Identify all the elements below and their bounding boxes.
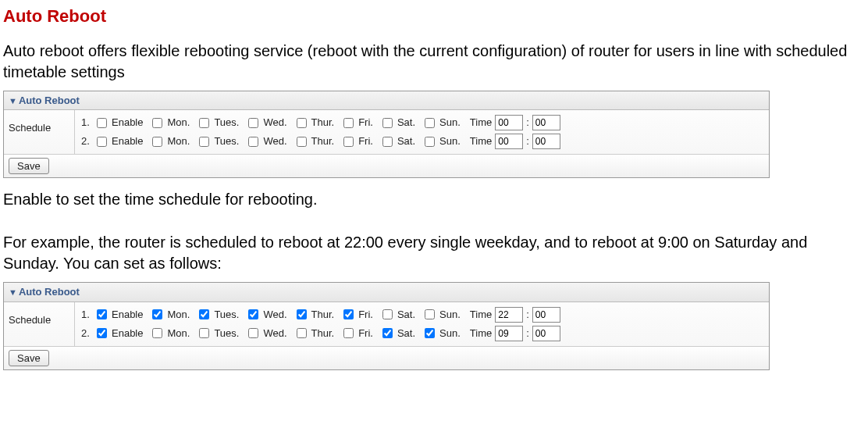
- sun-label: Sun.: [439, 308, 461, 322]
- wed-label: Wed.: [263, 326, 286, 341]
- sat-checkbox[interactable]: [382, 309, 393, 319]
- fri-checkbox[interactable]: [343, 309, 354, 319]
- tue-checkbox[interactable]: [199, 118, 209, 128]
- enable-checkbox[interactable]: [97, 118, 107, 128]
- time-minute-input[interactable]: [532, 115, 560, 130]
- sat-checkbox[interactable]: [382, 328, 393, 338]
- thu-checkbox[interactable]: [297, 137, 307, 147]
- time-colon: :: [526, 326, 529, 341]
- enable-checkbox[interactable]: [97, 328, 107, 338]
- mon-checkbox[interactable]: [152, 118, 162, 128]
- thu-label: Thur.: [311, 308, 335, 322]
- wed-checkbox[interactable]: [248, 309, 258, 319]
- sun-checkbox[interactable]: [425, 137, 435, 147]
- enable-text: Enable to set the time schedule for rebo…: [3, 189, 865, 210]
- save-button[interactable]: Save: [9, 350, 49, 366]
- sun-label: Sun.: [439, 326, 461, 341]
- save-button[interactable]: Save: [9, 158, 49, 174]
- schedule-row: 2. Enable Mon. Tues. Wed. Thur. Fri. Sat…: [81, 132, 763, 151]
- tue-checkbox[interactable]: [199, 328, 209, 338]
- mon-checkbox[interactable]: [152, 328, 162, 338]
- mon-label: Mon.: [167, 116, 190, 130]
- sat-checkbox[interactable]: [382, 137, 393, 147]
- enable-label: Enable: [112, 134, 143, 148]
- thu-label: Thur.: [311, 116, 335, 130]
- enable-checkbox[interactable]: [97, 309, 107, 319]
- sat-label: Sat.: [397, 326, 415, 341]
- wed-label: Wed.: [263, 116, 286, 130]
- thu-label: Thur.: [311, 134, 335, 148]
- schedule-label: Schedule: [4, 110, 75, 154]
- tue-label: Tues.: [214, 116, 239, 130]
- panel-title: Auto Reboot: [19, 286, 80, 298]
- thu-checkbox[interactable]: [297, 118, 307, 128]
- thu-label: Thur.: [311, 326, 335, 341]
- example-text: For example, the router is scheduled to …: [3, 232, 865, 274]
- wed-label: Wed.: [263, 134, 286, 148]
- schedule-row: 2. Enable Mon. Tues. Wed. Thur. Fri. Sat…: [81, 324, 763, 343]
- fri-checkbox[interactable]: [343, 118, 354, 128]
- fri-checkbox[interactable]: [343, 137, 354, 147]
- wed-checkbox[interactable]: [248, 137, 258, 147]
- fri-label: Fri.: [358, 134, 373, 148]
- auto-reboot-panel-1: ▼Auto Reboot Schedule 1. Enable Mon. Tue…: [3, 91, 770, 179]
- collapse-icon: ▼: [9, 287, 17, 297]
- sun-checkbox[interactable]: [425, 328, 435, 338]
- time-hour-input[interactable]: [495, 326, 523, 341]
- panel-header[interactable]: ▼Auto Reboot: [4, 91, 769, 111]
- schedule-row: 1. Enable Mon. Tues. Wed. Thur. Fri. Sat…: [81, 113, 763, 132]
- time-label: Time: [470, 116, 492, 130]
- time-colon: :: [526, 116, 529, 130]
- time-label: Time: [470, 308, 492, 322]
- fri-label: Fri.: [358, 326, 373, 341]
- enable-label: Enable: [112, 326, 143, 341]
- panel-header[interactable]: ▼Auto Reboot: [4, 283, 769, 302]
- collapse-icon: ▼: [9, 96, 17, 105]
- tue-label: Tues.: [214, 326, 239, 341]
- time-minute-input[interactable]: [532, 134, 560, 149]
- tue-checkbox[interactable]: [199, 137, 209, 147]
- thu-checkbox[interactable]: [297, 309, 307, 319]
- time-hour-input[interactable]: [495, 134, 523, 149]
- schedule-row: 1. Enable Mon. Tues. Wed. Thur. Fri. Sat…: [81, 305, 763, 324]
- tue-label: Tues.: [214, 308, 239, 322]
- wed-label: Wed.: [263, 308, 286, 322]
- schedule-label: Schedule: [4, 302, 75, 346]
- time-label: Time: [470, 326, 492, 341]
- time-colon: :: [526, 134, 529, 148]
- mon-label: Mon.: [167, 308, 190, 322]
- tue-checkbox[interactable]: [199, 309, 209, 319]
- sat-label: Sat.: [397, 134, 415, 148]
- fri-label: Fri.: [358, 116, 373, 130]
- row-index: 2.: [81, 326, 94, 341]
- mon-checkbox[interactable]: [152, 309, 162, 319]
- auto-reboot-panel-2: ▼Auto Reboot Schedule 1. Enable Mon. Tue…: [3, 282, 770, 370]
- mon-label: Mon.: [167, 134, 190, 148]
- time-minute-input[interactable]: [532, 307, 560, 323]
- tue-label: Tues.: [214, 134, 239, 148]
- page-title: Auto Reboot: [3, 5, 865, 28]
- mon-checkbox[interactable]: [152, 137, 162, 147]
- sun-checkbox[interactable]: [425, 118, 435, 128]
- enable-checkbox[interactable]: [97, 137, 107, 147]
- sat-checkbox[interactable]: [382, 118, 393, 128]
- sat-label: Sat.: [397, 308, 415, 322]
- wed-checkbox[interactable]: [248, 328, 258, 338]
- wed-checkbox[interactable]: [248, 118, 258, 128]
- thu-checkbox[interactable]: [297, 328, 307, 338]
- row-index: 2.: [81, 134, 94, 148]
- time-minute-input[interactable]: [532, 326, 560, 341]
- time-hour-input[interactable]: [495, 115, 523, 130]
- time-colon: :: [526, 308, 529, 322]
- sun-checkbox[interactable]: [425, 309, 435, 319]
- time-hour-input[interactable]: [495, 307, 523, 323]
- fri-label: Fri.: [358, 308, 373, 322]
- sat-label: Sat.: [397, 116, 415, 130]
- time-label: Time: [470, 134, 492, 148]
- fri-checkbox[interactable]: [343, 328, 354, 338]
- sun-label: Sun.: [439, 116, 461, 130]
- row-index: 1.: [81, 116, 94, 130]
- enable-label: Enable: [112, 308, 143, 322]
- enable-label: Enable: [112, 116, 143, 130]
- sun-label: Sun.: [439, 134, 461, 148]
